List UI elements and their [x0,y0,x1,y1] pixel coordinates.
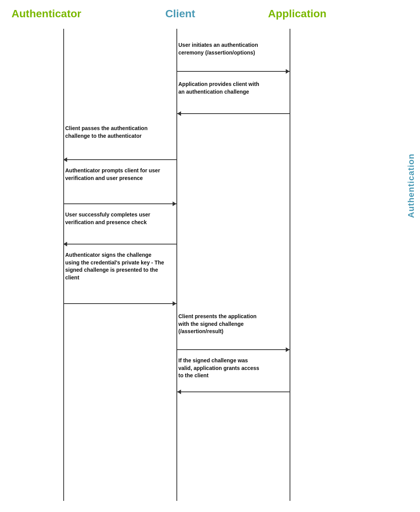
msg8-arrow [177,391,290,392]
vline-application [290,29,290,501]
msg7-arrow [177,349,290,350]
msg1-arrow [177,71,290,72]
header-authenticator: Authenticator [12,8,119,20]
msg6-label: Authenticator signs the challenge using … [65,251,167,281]
msg3-arrow [63,159,176,160]
msg3-label: Client passes the authentication challen… [65,125,167,140]
msg1-label: User initiates an authentication ceremon… [178,41,263,56]
msg4-label: Authenticator prompts client for user ve… [65,167,167,182]
msg5-arrow [63,244,176,244]
msg4-arrow [63,203,176,204]
msg2-arrow [177,113,290,114]
msg6-arrow [63,303,176,304]
msg2-label: Application provides client with an auth… [178,81,263,96]
sequence-diagram: Authenticator Client Application Authent… [0,0,420,512]
side-label: Authentication [406,154,416,218]
vline-client [176,29,177,501]
msg8-label: If the signed challenge was valid, appli… [178,357,263,380]
msg7-label: Client presents the application with the… [178,313,263,335]
header-client: Client [142,8,219,20]
vline-authenticator [63,29,64,501]
msg5-label: User successfuly completes user verifica… [65,211,167,226]
header-application: Application [249,8,345,20]
